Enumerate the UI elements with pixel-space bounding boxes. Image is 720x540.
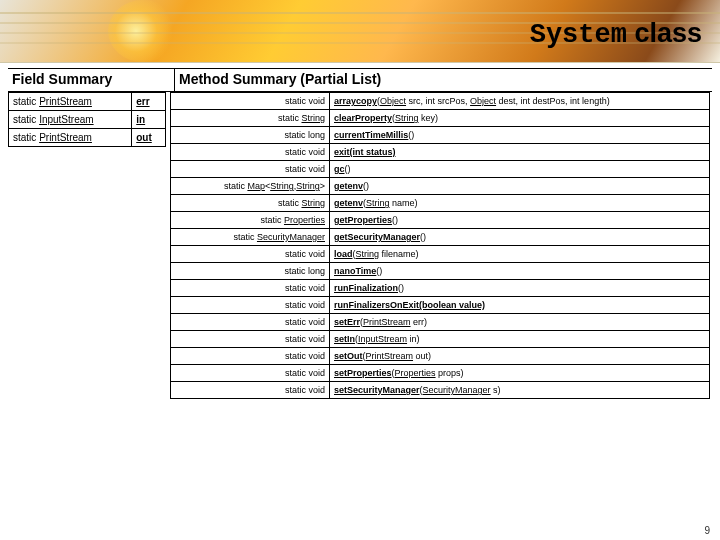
method-signature: getSecurityManager() [330, 229, 710, 246]
method-row: static longcurrentTimeMillis() [171, 127, 710, 144]
method-return-type: static void [171, 382, 330, 399]
method-row: static voidexit(int status) [171, 144, 710, 161]
method-return-type: static Properties [171, 212, 330, 229]
method-row: static voidrunFinalizersOnExit(boolean v… [171, 297, 710, 314]
method-row: static SecurityManagergetSecurityManager… [171, 229, 710, 246]
field-type: static PrintStream [9, 129, 132, 147]
method-row: static PropertiesgetProperties() [171, 212, 710, 229]
method-row: static voidload(String filename) [171, 246, 710, 263]
method-row: static voidsetProperties(Properties prop… [171, 365, 710, 382]
method-signature: nanoTime() [330, 263, 710, 280]
page-number: 9 [704, 525, 710, 536]
method-row: static voidsetSecurityManager(SecurityMa… [171, 382, 710, 399]
method-return-type: static void [171, 314, 330, 331]
method-signature: arraycopy(Object src, int srcPos, Object… [330, 93, 710, 110]
field-summary-table: static PrintStreamerrstatic InputStreami… [8, 92, 166, 147]
slide-title: System class [530, 18, 702, 50]
field-name: in [132, 111, 166, 129]
method-return-type: static String [171, 195, 330, 212]
method-return-type: static long [171, 263, 330, 280]
summary-headers: Field Summary Method Summary (Partial Li… [8, 68, 712, 92]
method-row: static voidsetIn(InputStream in) [171, 331, 710, 348]
method-return-type: static void [171, 348, 330, 365]
method-return-type: static void [171, 365, 330, 382]
method-return-type: static void [171, 246, 330, 263]
field-row: static PrintStreamerr [9, 93, 166, 111]
field-row: static InputStreamin [9, 111, 166, 129]
method-signature: gc() [330, 161, 710, 178]
field-type: static PrintStream [9, 93, 132, 111]
field-summary-header: Field Summary [8, 69, 175, 91]
field-name: err [132, 93, 166, 111]
method-signature: currentTimeMillis() [330, 127, 710, 144]
method-return-type: static void [171, 280, 330, 297]
method-signature: setErr(PrintStream err) [330, 314, 710, 331]
method-summary-table: static voidarraycopy(Object src, int src… [170, 92, 710, 399]
title-code: System [530, 20, 627, 50]
method-signature: getenv() [330, 178, 710, 195]
method-signature: getProperties() [330, 212, 710, 229]
method-row: static Map<String,String>getenv() [171, 178, 710, 195]
title-word: class [634, 18, 702, 48]
method-row: static longnanoTime() [171, 263, 710, 280]
method-return-type: static String [171, 110, 330, 127]
method-row: static voidarraycopy(Object src, int src… [171, 93, 710, 110]
method-signature: runFinalization() [330, 280, 710, 297]
method-return-type: static void [171, 93, 330, 110]
method-signature: exit(int status) [330, 144, 710, 161]
method-signature: setIn(InputStream in) [330, 331, 710, 348]
method-row: static voidsetOut(PrintStream out) [171, 348, 710, 365]
method-row: static Stringgetenv(String name) [171, 195, 710, 212]
method-signature: clearProperty(String key) [330, 110, 710, 127]
method-row: static voidgc() [171, 161, 710, 178]
method-signature: setOut(PrintStream out) [330, 348, 710, 365]
method-return-type: static void [171, 331, 330, 348]
method-row: static voidrunFinalization() [171, 280, 710, 297]
method-row: static StringclearProperty(String key) [171, 110, 710, 127]
method-return-type: static void [171, 144, 330, 161]
method-return-type: static SecurityManager [171, 229, 330, 246]
method-return-type: static Map<String,String> [171, 178, 330, 195]
field-row: static PrintStreamout [9, 129, 166, 147]
method-return-type: static void [171, 161, 330, 178]
method-return-type: static long [171, 127, 330, 144]
method-signature: setSecurityManager(SecurityManager s) [330, 382, 710, 399]
method-signature: load(String filename) [330, 246, 710, 263]
method-summary-header: Method Summary (Partial List) [175, 69, 712, 91]
method-row: static voidsetErr(PrintStream err) [171, 314, 710, 331]
method-return-type: static void [171, 297, 330, 314]
method-signature: runFinalizersOnExit(boolean value) [330, 297, 710, 314]
field-type: static InputStream [9, 111, 132, 129]
field-name: out [132, 129, 166, 147]
method-signature: setProperties(Properties props) [330, 365, 710, 382]
method-signature: getenv(String name) [330, 195, 710, 212]
